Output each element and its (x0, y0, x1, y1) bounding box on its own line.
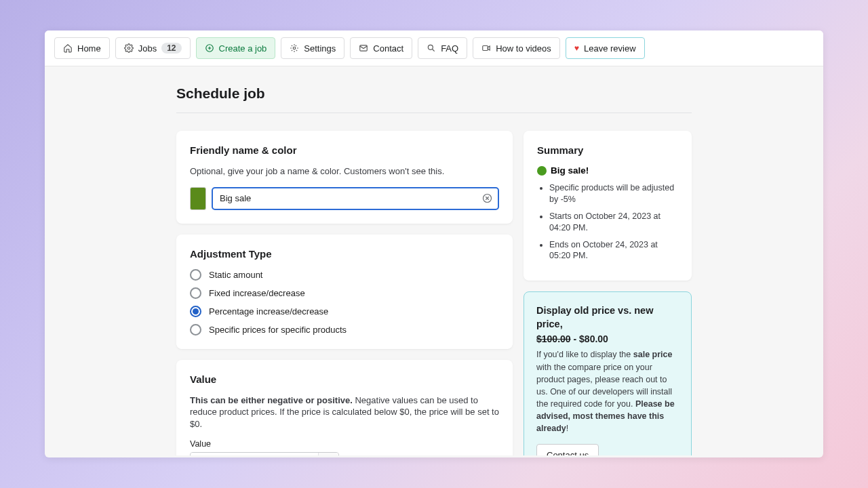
promo-body: If you'd like to display the sale price … (536, 348, 679, 434)
divider (176, 113, 692, 113)
svg-point-0 (127, 47, 130, 49)
job-name-input[interactable] (220, 193, 477, 203)
nav-videos-label: How to videos (496, 43, 551, 54)
radio-icon (190, 324, 201, 336)
nav-create-job[interactable]: Create a job (196, 37, 276, 59)
status-dot-icon (537, 166, 547, 176)
value-heading: Value (190, 373, 499, 385)
summary-list: Specific products will be adjusted by -5… (537, 182, 678, 262)
radio-icon (190, 306, 201, 317)
friendly-subtext: Optional, give your job a name & color. … (190, 165, 499, 178)
radio-label: Static amount (209, 270, 263, 280)
mail-icon (359, 43, 368, 53)
clear-input-icon[interactable] (481, 192, 493, 205)
svg-point-4 (428, 45, 433, 49)
nav-home-label: Home (77, 43, 101, 54)
friendly-name-card: Friendly name & color Optional, give you… (176, 131, 513, 224)
heart-icon: ♥ (574, 43, 579, 53)
adjustment-type-card: Adjustment Type Static amount Fixed incr… (176, 235, 513, 349)
nav-contact-label: Contact (373, 43, 403, 54)
top-nav: Home Jobs 12 Create a job Settings Conta… (45, 30, 823, 66)
value-lead-bold: This can be either negative or positive. (190, 395, 353, 405)
summary-item: Ends on October 24, 2023 at 05:20 PM. (549, 239, 678, 262)
nav-create-label: Create a job (219, 43, 267, 54)
nav-jobs[interactable]: Jobs 12 (115, 37, 191, 59)
value-input-wrap[interactable]: % (190, 452, 339, 455)
promo-price-example: $100.00 - $80.00 (536, 333, 679, 344)
page-content[interactable]: Schedule job Friendly name & color Optio… (45, 66, 823, 455)
value-input[interactable] (191, 453, 318, 455)
radio-icon (190, 269, 201, 281)
svg-rect-5 (483, 46, 488, 51)
radio-fixed[interactable]: Fixed increase/decrease (190, 287, 499, 299)
radio-label: Percentage increase/decrease (209, 306, 328, 317)
friendly-heading: Friendly name & color (190, 144, 499, 156)
radio-specific-prices[interactable]: Specific prices for specific products (190, 324, 499, 336)
promo-heading: Display old price vs. new price, (536, 304, 679, 331)
new-price: $80.00 (579, 333, 608, 344)
old-price: $100.00 (536, 333, 571, 344)
color-swatch[interactable] (190, 187, 206, 210)
price-display-promo: Display old price vs. new price, $100.00… (524, 291, 692, 455)
settings-icon (290, 43, 299, 53)
value-suffix: % (318, 453, 339, 455)
contact-us-button[interactable]: Contact us (536, 444, 599, 455)
home-icon (63, 43, 73, 53)
app-window: Home Jobs 12 Create a job Settings Conta… (45, 30, 823, 458)
page-title: Schedule job (176, 85, 692, 102)
nav-settings-label: Settings (304, 43, 336, 54)
nav-faq-label: FAQ (441, 43, 458, 54)
radio-icon (190, 287, 201, 299)
job-name-field[interactable] (212, 187, 499, 210)
summary-card: Summary Big sale! Specific products will… (524, 131, 692, 281)
value-label: Value (190, 439, 499, 449)
radio-label: Specific prices for specific products (209, 325, 347, 335)
radio-label: Fixed increase/decrease (209, 288, 305, 298)
search-icon (427, 43, 436, 53)
nav-settings[interactable]: Settings (281, 37, 344, 59)
nav-contact[interactable]: Contact (350, 37, 412, 59)
svg-point-2 (294, 47, 296, 49)
summary-heading: Summary (537, 144, 678, 156)
nav-jobs-label: Jobs (138, 43, 157, 54)
gear-icon (124, 43, 134, 53)
radio-percentage[interactable]: Percentage increase/decrease (190, 306, 499, 317)
nav-faq[interactable]: FAQ (418, 37, 467, 59)
summary-item: Starts on October 24, 2023 at 04:20 PM. (549, 211, 678, 234)
nav-home[interactable]: Home (54, 37, 110, 59)
value-subtext: This can be either negative or positive.… (190, 394, 499, 430)
value-card: Value This can be either negative or pos… (176, 360, 513, 455)
nav-review-label: Leave review (584, 43, 636, 54)
summary-item: Specific products will be adjusted by -5… (549, 182, 678, 205)
summary-job-title: Big sale! (537, 165, 678, 176)
nav-videos[interactable]: How to videos (473, 37, 560, 59)
jobs-count-badge: 12 (161, 43, 181, 54)
adjustment-heading: Adjustment Type (190, 248, 499, 260)
nav-leave-review[interactable]: ♥ Leave review (566, 37, 645, 59)
plus-circle-icon (205, 43, 214, 53)
radio-static-amount[interactable]: Static amount (190, 269, 499, 281)
video-icon (481, 43, 491, 53)
